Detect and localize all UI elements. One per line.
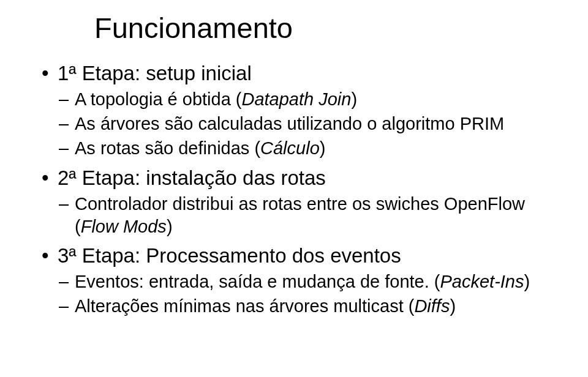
list-item-text: )	[351, 89, 357, 109]
list-item-text: As rotas são definidas (	[75, 138, 260, 158]
list-item: Eventos: entrada, saída e mudança de fon…	[42, 271, 564, 293]
list-item-text: )	[524, 272, 530, 291]
list-item-text: Alterações mínimas nas árvores multicast…	[75, 296, 414, 316]
list-item-text: )	[450, 296, 456, 316]
stage-1-sublist: A topologia é obtida (Datapath Join) As …	[42, 88, 564, 160]
list-item: Controlador distribui as rotas entre os …	[42, 193, 564, 238]
stage-2-heading: 2ª Etapa: instalação das rotas	[42, 165, 564, 190]
list-item-text: )	[320, 138, 326, 158]
stage-3-heading: 3ª Etapa: Processamento dos eventos	[42, 243, 564, 268]
slide-title: Funcionamento	[94, 11, 564, 45]
list-item-italic: Datapath Join	[241, 89, 351, 109]
list-item-text: A topologia é obtida (	[75, 89, 241, 109]
stage-2-sublist: Controlador distribui as rotas entre os …	[42, 193, 564, 238]
list-item: As rotas são definidas (Cálculo)	[42, 137, 564, 160]
list-item-italic: Cálculo	[260, 138, 320, 158]
list-item-text: Eventos: entrada, saída e mudança de fon…	[75, 272, 440, 291]
list-item-italic: Flow Mods	[81, 217, 167, 236]
list-item-italic: Diffs	[414, 296, 450, 316]
stage-3-sublist: Eventos: entrada, saída e mudança de fon…	[42, 271, 564, 318]
list-item: A topologia é obtida (Datapath Join)	[42, 88, 564, 111]
list-item-text: As árvores são calculadas utilizando o a…	[75, 114, 504, 133]
list-item-text: )	[167, 217, 173, 236]
list-item-italic: Packet-Ins	[440, 272, 524, 291]
list-item: Alterações mínimas nas árvores multicast…	[42, 295, 564, 318]
main-list: 1ª Etapa: setup inicial A topologia é ob…	[42, 61, 564, 318]
stage-1-heading: 1ª Etapa: setup inicial	[42, 61, 564, 86]
list-item: As árvores são calculadas utilizando o a…	[42, 113, 564, 135]
